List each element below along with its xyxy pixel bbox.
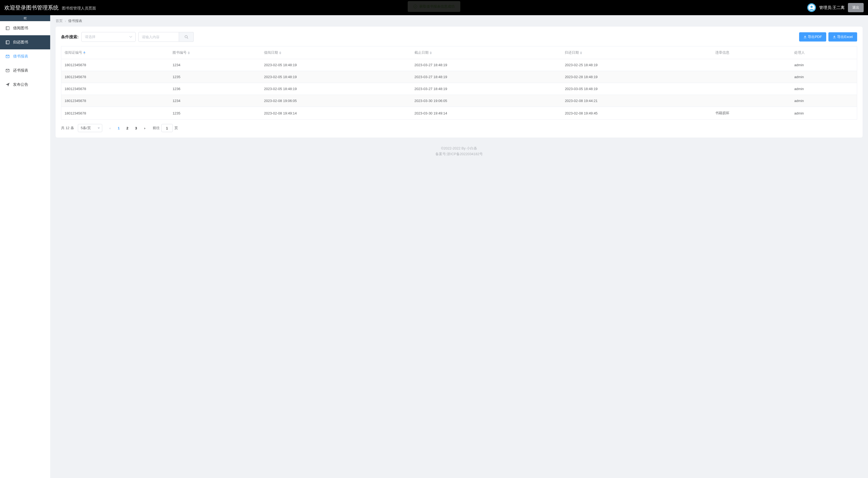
select-placeholder: 请选择 <box>85 34 95 39</box>
search-icon <box>184 35 188 39</box>
col-handler: 处理人 <box>791 47 857 59</box>
page-2-button[interactable]: 2 <box>123 124 131 132</box>
table-row[interactable]: 1801234567812352023-02-05 18:48:192023-0… <box>61 71 857 83</box>
sort-icon <box>279 52 281 54</box>
book-icon <box>5 40 10 44</box>
check-circle-icon: ✓ <box>413 5 417 8</box>
cell-borrow_date: 2023-02-05 18:48:19 <box>261 71 411 83</box>
cell-violation <box>712 71 791 83</box>
export-pdf-button[interactable]: 导出PDF <box>799 32 826 41</box>
cell-borrow_date: 2023-02-08 19:49:14 <box>261 107 411 120</box>
avatar-icon <box>808 4 815 11</box>
cell-violation <box>712 83 791 95</box>
table-row[interactable]: 1801234567812342023-02-08 19:06:052023-0… <box>61 95 857 107</box>
condition-select[interactable]: 请选择 <box>82 32 135 42</box>
page-subtitle: 图书馆管理人员页面 <box>62 6 96 11</box>
table-row[interactable]: 1801234567812362023-02-05 18:48:192023-0… <box>61 83 857 95</box>
footer: ©2022-2022 By 小白条 备案号:浙ICP备2022034182号 <box>50 143 868 159</box>
search-input[interactable] <box>142 35 176 39</box>
svg-point-8 <box>185 35 187 38</box>
sidebar-item-label: 借书报表 <box>13 54 28 59</box>
page-jump: 前往 页 <box>153 124 178 132</box>
avatar[interactable] <box>807 3 816 12</box>
sidebar-item-borrow-report[interactable]: 借书报表 <box>0 49 50 63</box>
cell-due_date: 2023-03-30 19:06:05 <box>411 95 562 107</box>
sidebar-item-borrow[interactable]: 借阅图书 <box>0 21 50 35</box>
cell-violation <box>712 59 791 71</box>
cell-return_date: 2023-02-08 19:49:45 <box>561 107 712 120</box>
page-1-button[interactable]: 1 <box>115 124 123 132</box>
send-icon <box>5 83 10 87</box>
sidebar-item-label: 借阅图书 <box>13 26 28 31</box>
report-icon <box>5 68 10 73</box>
sidebar-item-label: 发布公告 <box>13 82 28 87</box>
cell-due_date: 2023-03-27 18:48:19 <box>411 59 562 71</box>
svg-rect-4 <box>6 41 9 44</box>
search-label: 条件搜索: <box>61 34 79 39</box>
search-input-wrapper <box>138 32 179 42</box>
page-3-button[interactable]: 3 <box>132 124 140 132</box>
pagination: 共 12 条 5条/页 ‹ 1 2 3 › 前往 页 <box>61 124 857 132</box>
cell-handler: admin <box>791 71 857 83</box>
data-table: 借阅证编号 图书编号 借阅日期 截止日期 归还日期 违章信息 处理人 18012… <box>61 46 857 120</box>
sort-icon <box>430 52 432 54</box>
toast-success: ✓ 获取借书报表信息成功 <box>408 1 460 12</box>
cell-book_id: 1235 <box>169 71 261 83</box>
sidebar-item-label: 归还图书 <box>13 40 28 45</box>
col-book-id[interactable]: 图书编号 <box>169 47 261 59</box>
table-row[interactable]: 1801234567812342023-02-05 18:48:192023-0… <box>61 59 857 71</box>
col-card-no[interactable]: 借阅证编号 <box>61 47 169 59</box>
search-button[interactable] <box>179 32 194 42</box>
cell-card_no: 18012345678 <box>61 83 169 95</box>
cell-return_date: 2023-02-28 18:48:19 <box>561 71 712 83</box>
page-size-select[interactable]: 5条/页 <box>78 124 102 132</box>
cell-book_id: 1235 <box>169 107 261 120</box>
header-right: 管理员:王二离 退出 <box>807 3 864 12</box>
table-row[interactable]: 1801234567812352023-02-08 19:49:142023-0… <box>61 107 857 120</box>
toast-text: 获取借书报表信息成功 <box>420 4 455 9</box>
col-due-date[interactable]: 截止日期 <box>411 47 562 59</box>
cell-handler: admin <box>791 59 857 71</box>
sidebar: 借阅图书 归还图书 借书报表 还书报表 发布公告 <box>0 15 50 478</box>
footer-copyright: ©2022-2022 By 小白条 <box>50 146 868 151</box>
cell-card_no: 18012345678 <box>61 71 169 83</box>
prev-page-button[interactable]: ‹ <box>106 124 114 132</box>
export-excel-button[interactable]: 导出Excel <box>828 32 857 41</box>
sidebar-item-return-report[interactable]: 还书报表 <box>0 63 50 78</box>
content-card: 条件搜索: 请选择 <box>56 27 863 138</box>
cell-due_date: 2023-03-30 19:49:14 <box>411 107 562 120</box>
cell-handler: admin <box>791 95 857 107</box>
cell-return_date: 2023-02-08 19:44:21 <box>561 95 712 107</box>
svg-line-9 <box>187 38 188 39</box>
breadcrumb-current: 借书报表 <box>68 19 82 23</box>
pagination-total: 共 12 条 <box>61 126 74 130</box>
cell-card_no: 18012345678 <box>61 107 169 120</box>
cell-violation <box>712 95 791 107</box>
svg-point-1 <box>810 6 813 8</box>
jump-input[interactable] <box>161 124 173 132</box>
sidebar-item-return[interactable]: 归还图书 <box>0 35 50 49</box>
logout-button[interactable]: 退出 <box>848 3 864 12</box>
cell-handler: admin <box>791 83 857 95</box>
cell-card_no: 18012345678 <box>61 95 169 107</box>
col-return-date[interactable]: 归还日期 <box>561 47 712 59</box>
breadcrumb-home[interactable]: 首页 <box>56 19 63 23</box>
svg-rect-2 <box>6 27 9 30</box>
col-borrow-date[interactable]: 借阅日期 <box>261 47 411 59</box>
next-page-button[interactable]: › <box>141 124 149 132</box>
toolbar: 条件搜索: 请选择 <box>61 32 857 42</box>
main: 首页 › 借书报表 条件搜索: 请选择 <box>50 15 868 478</box>
sidebar-item-label: 还书报表 <box>13 68 28 73</box>
sort-icon <box>580 52 582 54</box>
col-violation: 违章信息 <box>712 47 791 59</box>
cell-return_date: 2023-03-05 18:48:19 <box>561 83 712 95</box>
cell-borrow_date: 2023-02-05 18:48:19 <box>261 83 411 95</box>
sidebar-item-announce[interactable]: 发布公告 <box>0 78 50 92</box>
cell-borrow_date: 2023-02-05 18:48:19 <box>261 59 411 71</box>
cell-handler: admin <box>791 107 857 120</box>
collapse-icon <box>23 16 27 20</box>
chevron-down-icon <box>129 36 132 38</box>
sidebar-collapse-button[interactable] <box>0 15 50 21</box>
download-icon <box>803 35 807 38</box>
cell-due_date: 2023-03-27 18:48:19 <box>411 71 562 83</box>
